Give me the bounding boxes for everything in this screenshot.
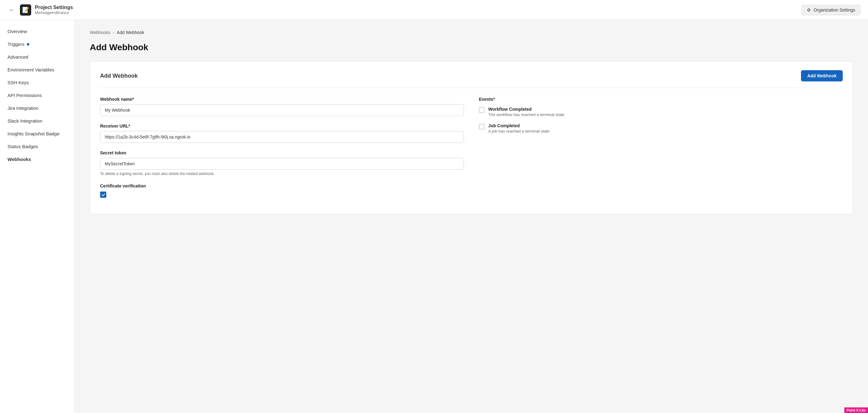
sidebar-item-label: Jira Integration bbox=[7, 106, 38, 111]
triggers-badge bbox=[27, 43, 29, 46]
sidebar-item-label: Environment Variables bbox=[7, 67, 54, 72]
sidebar-item-triggers[interactable]: Triggers bbox=[0, 38, 74, 51]
receiver-url-label: Receiver URL* bbox=[100, 123, 464, 128]
event-item-workflow-completed: Workflow Completed The workflow has reac… bbox=[479, 107, 843, 117]
job-completed-checkbox[interactable] bbox=[479, 124, 485, 129]
back-button[interactable]: ← bbox=[7, 5, 16, 14]
sidebar-item-label: Insights Snapshot Badge bbox=[7, 131, 60, 136]
event-info-workflow: Workflow Completed The workflow has reac… bbox=[488, 107, 564, 117]
sidebar-item-label: Webhooks bbox=[7, 156, 31, 162]
form-right-column: Events* Workflow Completed The workflow … bbox=[479, 97, 843, 205]
header-left: ← 📝 Project Settings MensageiroBranco bbox=[7, 4, 73, 16]
sidebar-item-label: SSH Keys bbox=[7, 80, 29, 85]
card-header: Add Webhook Add Webhook bbox=[100, 70, 843, 88]
sidebar-item-jira-integration[interactable]: Jira Integration bbox=[0, 102, 74, 115]
workflow-completed-checkbox[interactable] bbox=[479, 107, 485, 113]
event-item-job-completed: Job Completed A job has reached a termin… bbox=[479, 123, 843, 134]
project-info: Project Settings MensageiroBranco bbox=[35, 5, 73, 15]
events-label: Events* bbox=[479, 97, 843, 102]
sidebar-item-label: Triggers bbox=[7, 41, 24, 47]
sidebar-item-label: Overview bbox=[7, 29, 27, 34]
event-name-job: Job Completed bbox=[488, 123, 550, 128]
sidebar-item-overview[interactable]: Overview bbox=[0, 25, 74, 38]
gear-icon: ⚙ bbox=[807, 7, 811, 12]
receiver-url-group: Receiver URL* bbox=[100, 123, 464, 143]
project-name: MensageiroBranco bbox=[35, 10, 73, 15]
project-icon: 📝 bbox=[20, 4, 31, 16]
sidebar-item-label: Status Badges bbox=[7, 144, 38, 149]
cert-verification-checkbox[interactable] bbox=[100, 191, 106, 198]
sidebar-item-environment-variables[interactable]: Environment Variables bbox=[0, 63, 74, 76]
sidebar: Overview Triggers Advanced Environment V… bbox=[0, 20, 75, 413]
sidebar-item-label: Slack Integration bbox=[7, 118, 42, 123]
secret-token-input[interactable] bbox=[100, 158, 464, 170]
secret-token-group: Secret token To delete a signing secret,… bbox=[100, 150, 464, 176]
main-content: Webhooks › Add Webhook Add Webhook Add W… bbox=[75, 20, 868, 413]
sidebar-item-label: API Permissions bbox=[7, 93, 42, 98]
form-grid: Webhook name* Receiver URL* Secret token… bbox=[100, 97, 843, 205]
event-desc-job: A job has reached a terminal state bbox=[488, 129, 550, 134]
webhook-card: Add Webhook Add Webhook Webhook name* Re… bbox=[90, 61, 853, 214]
webhook-name-label: Webhook name* bbox=[100, 97, 464, 102]
breadcrumb-parent[interactable]: Webhooks bbox=[90, 30, 111, 35]
webhook-name-group: Webhook name* bbox=[100, 97, 464, 116]
card-title: Add Webhook bbox=[100, 73, 138, 79]
breadcrumb-current: Add Webhook bbox=[117, 30, 144, 35]
sidebar-item-advanced[interactable]: Advanced bbox=[0, 51, 74, 63]
header: ← 📝 Project Settings MensageiroBranco ⚙ … bbox=[0, 0, 868, 20]
cert-verification-group: Certificate verification bbox=[100, 183, 464, 198]
cert-verification-label: Certificate verification bbox=[100, 183, 464, 188]
form-left-column: Webhook name* Receiver URL* Secret token… bbox=[100, 97, 464, 205]
event-desc-workflow: The workflow has reached a terminal stat… bbox=[488, 112, 564, 117]
back-icon: ← bbox=[9, 6, 15, 13]
sidebar-item-slack-integration[interactable]: Slack Integration bbox=[0, 115, 74, 127]
cert-row bbox=[100, 191, 464, 198]
sidebar-item-api-permissions[interactable]: API Permissions bbox=[0, 89, 74, 102]
breadcrumb-separator: › bbox=[113, 30, 115, 35]
project-title: Project Settings bbox=[35, 5, 73, 10]
events-group: Events* Workflow Completed The workflow … bbox=[479, 97, 843, 134]
point-badge: Point X Lite bbox=[844, 407, 868, 413]
sidebar-item-label: Advanced bbox=[7, 54, 28, 60]
event-info-job: Job Completed A job has reached a termin… bbox=[488, 123, 550, 134]
sidebar-item-webhooks[interactable]: Webhooks bbox=[0, 153, 74, 166]
add-webhook-button[interactable]: Add Webhook bbox=[801, 70, 843, 81]
webhook-name-input[interactable] bbox=[100, 104, 464, 116]
breadcrumb: Webhooks › Add Webhook bbox=[90, 30, 853, 35]
org-settings-label: Organization Settings bbox=[813, 7, 855, 12]
layout: Overview Triggers Advanced Environment V… bbox=[0, 20, 868, 413]
page-title: Add Webhook bbox=[90, 42, 853, 52]
secret-token-hint: To delete a signing secret, you must als… bbox=[100, 172, 464, 176]
sidebar-item-insights-snapshot-badge[interactable]: Insights Snapshot Badge bbox=[0, 127, 74, 140]
book-icon: 📝 bbox=[22, 6, 29, 13]
checkmark-icon bbox=[101, 193, 105, 197]
sidebar-item-ssh-keys[interactable]: SSH Keys bbox=[0, 76, 74, 89]
secret-token-label: Secret token bbox=[100, 150, 464, 155]
sidebar-item-status-badges[interactable]: Status Badges bbox=[0, 140, 74, 153]
receiver-url-input[interactable] bbox=[100, 131, 464, 143]
event-name-workflow: Workflow Completed bbox=[488, 107, 564, 112]
org-settings-button[interactable]: ⚙ Organization Settings bbox=[802, 5, 861, 15]
